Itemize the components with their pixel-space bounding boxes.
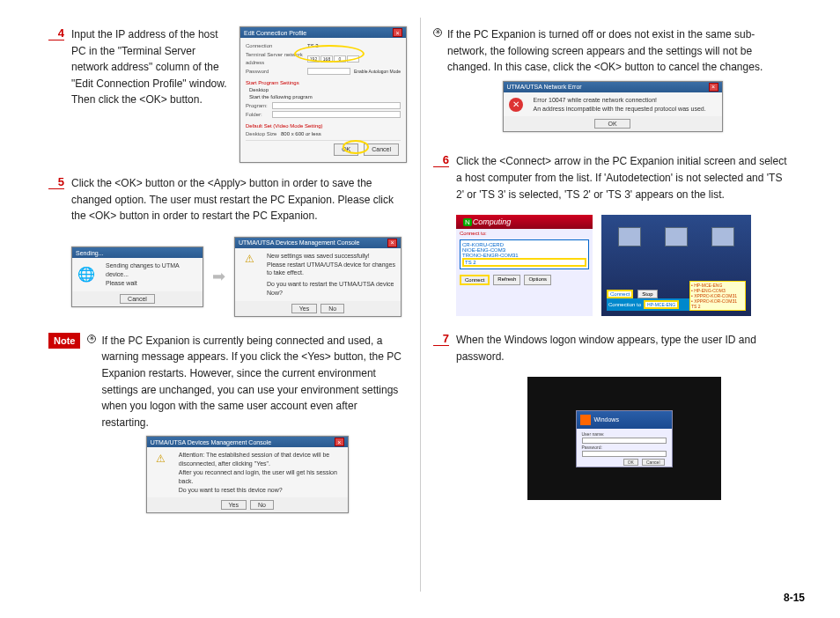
ok-button: OK [623,459,638,466]
password-input [582,451,667,457]
ok-button: OK [334,143,358,156]
step-text: When the Windows logon window appears, t… [456,332,792,364]
pc-expanion-connect-screen: Computing Connect to: CR-KORU-CERD NIOE-… [456,215,593,316]
step-number: 6 [433,153,449,167]
dialog-text: Sending changes to UTMA device... Please… [106,261,197,287]
note-tag: Note [48,333,80,349]
step-number: 7 [433,332,449,346]
computer-icon [711,227,734,246]
error-note: If the PC Expanion is turned off or does… [433,26,792,76]
no-button: No [321,304,344,313]
close-icon: × [709,83,718,92]
warning-icon: ⚠ [152,451,170,467]
dialog-title: Edit Connection Profile [244,30,306,36]
connection-to-label: Connection to [608,302,641,307]
dialog-text: Error 10047 while create network connect… [534,96,706,105]
radio-label: Start the following program [246,93,401,100]
windows-flag-icon [580,415,591,425]
note-block: Note If the PC Expanion is currently bei… [48,333,407,514]
step-text: Click the <OK> button or the <Apply> but… [71,175,407,224]
close-icon: × [335,438,344,446]
arrow-right-icon: ➡ [212,267,225,286]
bullet-icon [433,28,442,37]
step-7: 7 When the Windows logon window appears,… [433,332,792,364]
section-label: Default Set (Video Mode Setting) [246,122,401,129]
pc-expanion-connection-screen: Connection to HP-MCE-ENG Connect Stop • … [601,215,751,316]
windows-logon-screenshot: Windows User name: Password: OKCancel [527,377,721,500]
step-5: 5 Click the <OK> button or the <Apply> b… [48,175,407,224]
connect-button: Connect [607,290,633,298]
sending-dialog: Sending... 🌐 Sending changes to UTMA dev… [71,246,203,306]
options-button: Options [524,275,551,285]
host-dropdown-list: • HP-MCE-ENG • HP-ENG-COM3 • XPPRO-KOR-C… [689,281,746,311]
field-label: Terminal Server network address [246,51,307,66]
step-text: Input the IP address of the host PC in t… [71,26,232,163]
management-console-dialog: UTMA/UTSA Devices Management Console× ⚠ … [234,237,402,317]
checkbox-label: Enable Autologon Mode [354,69,401,75]
edit-connection-profile-dialog: Edit Connection Profile× ConnectionTS 3 … [239,26,407,163]
section-label: Start Program Settings [246,79,401,86]
username-input [582,438,667,444]
yes-button: Yes [221,500,247,510]
network-error-dialog: UTMA/UTSA Network Error× ✕ Error 10047 w… [503,81,723,133]
list-item: TS 2 [691,304,744,309]
error-icon: ✕ [509,98,523,112]
step-number: 4 [48,26,64,40]
close-icon: × [393,28,402,37]
bullet-icon [87,335,96,343]
note-text: If the PC Expanion is turned off or does… [447,26,792,76]
field-label: Program: [246,102,272,109]
dialog-text: After you reconnect and login, the user … [179,468,343,486]
list-item-highlighted: TS 2 [462,258,586,267]
ncomputing-logo-icon [463,217,473,226]
dialog-text: Please restart UTMA/UTSA device for chan… [267,261,395,278]
yes-button: Yes [291,304,317,313]
computer-icon [665,227,688,246]
ok-button: OK [594,119,630,129]
step-6: 6 Click the <Connect> arrow in the PC Ex… [433,153,792,202]
dialog-text: New settings was saved successfully! [267,252,395,261]
stop-button: Stop [637,290,657,298]
close-icon: × [387,239,397,247]
no-button: No [250,500,274,510]
dialog-title: Sending... [76,250,104,256]
step-text: Click the <Connect> arrow in the PC Expa… [456,153,792,202]
field-label: Password [246,68,307,75]
dialog-text: An address incompatible with the request… [534,105,706,114]
cancel-button: Cancel [120,294,155,304]
field-label: Connection [246,42,307,49]
dialog-title: UTMA/UTSA Devices Management Console [151,439,271,445]
windows-label: Windows [594,416,619,423]
page-number: 8-15 [784,592,805,604]
step-number: 5 [48,175,64,189]
dialog-title: UTMA/UTSA Network Error [507,84,582,90]
refresh-button: Refresh [493,275,520,285]
field-value: 800 x 600 or less [281,130,321,137]
brand-text: Computing [473,217,512,226]
host-list: CR-KORU-CERD NIOE-ENG-COM3 TRONO-ENGR-CO… [460,239,589,269]
note-text: If the PC Expanion is currently being co… [101,333,407,431]
dialog-text: Attention: The established session of th… [179,451,343,468]
host-field: HP-MCE-ENG [644,300,679,309]
cancel-button: Cancel [642,459,665,466]
dialog-title: UTMA/UTSA Devices Management Console [239,239,359,246]
field-label: Folder: [246,111,272,118]
dialog-text: Do you want to restart the UTMA/UTSA dev… [267,280,395,298]
step-4: 4 Input the IP address of the host PC in… [48,26,407,163]
warning-icon: ⚠ [240,252,258,268]
radio-label: Desktop [246,86,401,93]
field-label: Desktop Size [246,130,281,137]
dialog-text: Do you want to reset this device now? [179,486,343,495]
globe-icon: 🌐 [77,267,95,283]
computer-icon [618,227,641,246]
cancel-button: Cancel [364,143,399,156]
connect-button: Connect [460,275,490,285]
reset-confirm-dialog: UTMA/UTSA Devices Management Console× ⚠ … [146,436,349,513]
connect-to-label: Connect to: [456,229,593,236]
